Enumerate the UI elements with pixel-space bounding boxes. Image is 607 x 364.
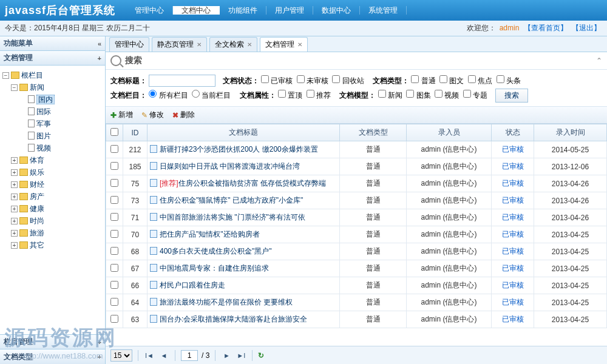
nav-1[interactable]: 文档中心 — [173, 6, 220, 15]
page-input[interactable] — [181, 350, 198, 361]
cell-title: [推荐]住房公积金被指劫贫济富 低存低贷模式存弊端 — [148, 175, 340, 192]
nav-2[interactable]: 功能组件 — [220, 6, 266, 15]
row-checkbox[interactable] — [110, 196, 118, 204]
home-link[interactable]: 【查看首页】 — [524, 24, 568, 32]
tree-node[interactable]: +娱乐 — [2, 166, 103, 178]
title-link[interactable]: 国台办:会采取措施保障大陆游客赴台旅游安全 — [160, 315, 307, 323]
col-header: 录入时间 — [534, 124, 607, 141]
row-checkbox[interactable] — [110, 230, 118, 238]
title-link[interactable]: 住房公积金"猫鼠博弈" 已成地方政府"小金库" — [160, 196, 303, 204]
page-total: / 3 — [202, 351, 209, 360]
delete-button[interactable]: ✖删除 — [172, 110, 195, 120]
add-icon[interactable]: + — [98, 55, 101, 62]
table-row[interactable]: 185日媒则如中日开战 中国将渡海进攻冲绳台湾普通admin (信息中心)已审核… — [106, 158, 607, 175]
tab-2[interactable]: 全文检索✕ — [209, 37, 257, 52]
page-size-select[interactable]: 15 — [110, 349, 132, 362]
title-link[interactable]: 新疆打掉23个涉恐团伙抓200人 缴200余爆炸装置 — [160, 145, 318, 153]
col-header: 文档标题 — [148, 124, 340, 141]
row-checkbox[interactable] — [110, 213, 118, 221]
title-link[interactable]: 村民户口跟着住房走 — [160, 281, 225, 289]
cell-date: 2013-04-25 — [534, 294, 607, 311]
search-button[interactable]: 搜索 — [495, 89, 528, 103]
title-link[interactable]: 住房公积金被指劫贫济富 低存低贷模式存弊端 — [178, 179, 326, 187]
prev-page-button[interactable]: ◄ — [158, 350, 169, 361]
tree-node[interactable]: +旅游 — [2, 227, 103, 239]
tab-1[interactable]: 静态页管理✕ — [152, 37, 207, 52]
sidebar-section-header[interactable]: 文档管理 + — [0, 51, 105, 66]
nav-3[interactable]: 用户管理 — [266, 6, 313, 15]
doc-icon — [150, 162, 157, 170]
table-row[interactable]: 67中国地震局专家：自建住房别追求普通admin (信息中心)已审核2013-0… — [106, 260, 607, 277]
tree-node[interactable]: +时尚 — [2, 215, 103, 227]
pager: 15 I◄ ◄ / 3 ► ►I ↻ — [106, 346, 607, 364]
collapse-panel-icon[interactable]: ⌃ — [596, 56, 602, 65]
row-checkbox[interactable] — [110, 281, 118, 289]
cell-user: admin (信息中心) — [407, 311, 492, 328]
tree-node[interactable]: +体育 — [2, 154, 103, 166]
tree-leaf[interactable]: 视频 — [2, 142, 103, 154]
row-checkbox[interactable] — [110, 247, 118, 255]
user-link[interactable]: admin — [500, 24, 520, 32]
table-row[interactable]: 63国台办:会采取措施保障大陆游客赴台旅游安全普通admin (信息中心)已审核… — [106, 311, 607, 328]
nav-5[interactable]: 系统管理 — [360, 6, 407, 15]
cell-user: admin (信息中心) — [407, 141, 492, 158]
tab-0[interactable]: 管理中心 — [109, 37, 149, 52]
tree-leaf[interactable]: 军事 — [2, 118, 103, 130]
tree-leaf[interactable]: 国际 — [2, 106, 103, 118]
table-row[interactable]: 66村民户口跟着住房走普通admin (信息中心)已审核2013-04-25 — [106, 277, 607, 294]
tree-node[interactable]: +财经 — [2, 178, 103, 190]
table-row[interactable]: 68400多白衣天使成住房公积金"黑户"普通admin (信息中心)已审核201… — [106, 243, 607, 260]
title-link[interactable]: 中国地震局专家：自建住房别追求 — [160, 264, 269, 272]
title-link[interactable]: 中国首部旅游法将实施 "门票经济"将有法可依 — [160, 213, 305, 221]
row-checkbox[interactable] — [110, 162, 118, 170]
row-checkbox[interactable] — [110, 315, 118, 323]
cell-status: 已审核 — [492, 311, 534, 328]
tree-leaf[interactable]: 国内 — [2, 93, 103, 106]
col-header: 文档类型 — [340, 124, 407, 141]
row-checkbox[interactable] — [110, 179, 118, 187]
sidebar-foot-types[interactable]: 文档类型+ — [0, 349, 105, 364]
table-row[interactable]: 212新疆打掉23个涉恐团伙抓200人 缴200余爆炸装置普通admin (信息… — [106, 141, 607, 158]
table-row[interactable]: 70把住房产品"知情权"还给购房者普通admin (信息中心)已审核2013-0… — [106, 226, 607, 243]
tree-node[interactable]: +其它 — [2, 239, 103, 251]
tree-node[interactable]: +健康 — [2, 203, 103, 215]
row-checkbox[interactable] — [110, 298, 118, 306]
title-input[interactable] — [149, 75, 215, 87]
close-icon[interactable]: ✕ — [247, 41, 252, 48]
nav-0[interactable]: 管理中心 — [126, 6, 173, 15]
title-link[interactable]: 把住房产品"知情权"还给购房者 — [160, 230, 260, 238]
next-page-button[interactable]: ► — [221, 350, 232, 361]
table-row[interactable]: 71中国首部旅游法将实施 "门票经济"将有法可依普通admin (信息中心)已审… — [106, 209, 607, 226]
sidebar-foot-cols[interactable]: 栏目管理+ — [0, 335, 105, 349]
col-header: 录入员 — [407, 124, 492, 141]
tree-leaf[interactable]: 图片 — [2, 130, 103, 142]
title-link[interactable]: 400多白衣天使成住房公积金"黑户" — [160, 247, 272, 255]
cell-id: 63 — [123, 311, 148, 328]
table-row[interactable]: 73住房公积金"猫鼠博弈" 已成地方政府"小金库"普通admin (信息中心)已… — [106, 192, 607, 209]
first-page-button[interactable]: I◄ — [144, 350, 155, 361]
title-link[interactable]: 旅游法最终功能不是停留在限价 更要维权 — [160, 298, 293, 306]
title-link[interactable]: 日媒则如中日开战 中国将渡海进攻冲绳台湾 — [160, 162, 300, 170]
tab-3[interactable]: 文档管理✕ — [260, 37, 308, 52]
tree-node[interactable]: +房产 — [2, 190, 103, 203]
edit-button[interactable]: ✎修改 — [141, 110, 164, 120]
close-icon[interactable]: ✕ — [197, 41, 202, 48]
search-title: 搜索 — [125, 55, 142, 66]
cell-id: 73 — [123, 192, 148, 209]
add-button[interactable]: ✚新增 — [110, 110, 133, 120]
cell-id: 185 — [123, 158, 148, 175]
collapse-icon[interactable]: « — [98, 40, 101, 47]
row-checkbox[interactable] — [110, 145, 118, 153]
table-row[interactable]: 75[推荐]住房公积金被指劫贫济富 低存低贷模式存弊端普通admin (信息中心… — [106, 175, 607, 192]
logout-link[interactable]: 【退出】 — [572, 24, 601, 32]
date-text: 今天是：2015年4月8日 星期三 农历二月二十 — [5, 23, 150, 33]
cell-date: 2013-12-06 — [534, 158, 607, 175]
doc-icon — [150, 230, 157, 238]
refresh-icon[interactable]: ↻ — [258, 351, 264, 360]
row-checkbox[interactable] — [110, 264, 118, 272]
table-row[interactable]: 64旅游法最终功能不是停留在限价 更要维权普通admin (信息中心)已审核20… — [106, 294, 607, 311]
last-page-button[interactable]: ►I — [236, 350, 246, 361]
close-icon[interactable]: ✕ — [297, 41, 302, 48]
nav-4[interactable]: 数据中心 — [313, 6, 360, 15]
select-all-checkbox[interactable] — [110, 128, 118, 136]
